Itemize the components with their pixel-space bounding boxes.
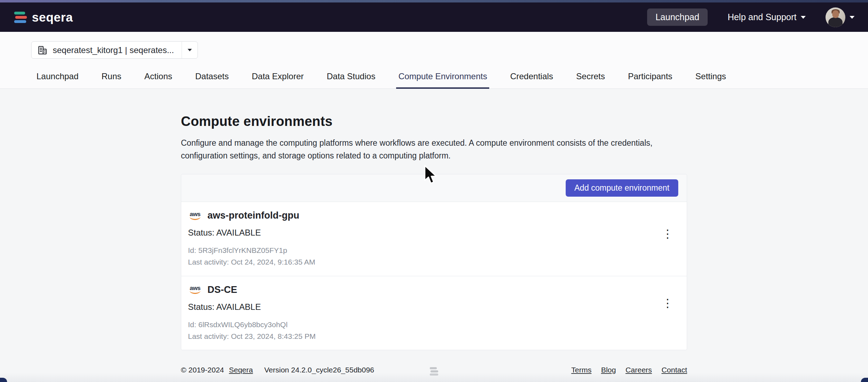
tab-secrets[interactable]: Secrets bbox=[574, 68, 607, 89]
main-content: Compute environments Configure and manag… bbox=[181, 89, 687, 350]
tab-data-studios[interactable]: Data Studios bbox=[325, 68, 377, 89]
tab-datasets[interactable]: Datasets bbox=[193, 68, 231, 89]
workspace-header: seqeratest_kitorg1 | seqerates... Launch… bbox=[0, 32, 868, 89]
aws-provider-icon: aws bbox=[188, 212, 202, 220]
status-label: Status: bbox=[188, 228, 215, 237]
environment-last-activity: Last activity: Oct 23, 2024, 8:43:25 PM bbox=[188, 332, 658, 341]
environment-status: Status: AVAILABLE bbox=[188, 228, 658, 238]
compute-environments-panel: Add compute environment aws aws-proteinf… bbox=[181, 174, 687, 350]
window-top-edge bbox=[0, 0, 868, 2]
tab-actions[interactable]: Actions bbox=[142, 68, 175, 89]
aws-provider-icon: aws bbox=[188, 285, 202, 294]
tab-launchpad[interactable]: Launchpad bbox=[34, 68, 81, 89]
status-label: Status: bbox=[188, 302, 215, 312]
seqera-logo[interactable]: seqera bbox=[14, 10, 73, 24]
panel-toolbar: Add compute environment bbox=[181, 174, 687, 202]
chevron-down-icon bbox=[801, 16, 806, 19]
status-value: AVAILABLE bbox=[216, 228, 261, 237]
environment-last-activity: Last activity: Oct 24, 2024, 9:16:35 AM bbox=[188, 257, 658, 266]
compute-environment-row[interactable]: aws DS-CE Status: AVAILABLE Id: 6lRsdxWI… bbox=[181, 276, 687, 350]
tab-compute-environments[interactable]: Compute Environments bbox=[396, 68, 489, 89]
chevron-down-icon bbox=[850, 16, 855, 19]
avatar bbox=[826, 7, 845, 27]
launchpad-button[interactable]: Launchpad bbox=[647, 8, 708, 26]
environment-name-link[interactable]: DS-CE bbox=[207, 284, 237, 295]
help-and-support-menu[interactable]: Help and Support bbox=[727, 12, 806, 22]
environment-id: Id: 6lRsdxWILQ6yb8bcy3ohQl bbox=[188, 320, 658, 329]
chevron-down-icon bbox=[188, 49, 192, 51]
workspace-dropdown-toggle[interactable] bbox=[182, 42, 198, 58]
tab-settings[interactable]: Settings bbox=[693, 68, 728, 89]
environment-name-link[interactable]: aws-proteinfold-gpu bbox=[207, 210, 299, 221]
organization-icon bbox=[37, 45, 48, 56]
row-options-kebab-icon[interactable]: ⋮ bbox=[658, 296, 677, 310]
environment-status: Status: AVAILABLE bbox=[188, 302, 658, 312]
tab-runs[interactable]: Runs bbox=[99, 68, 124, 89]
status-value: AVAILABLE bbox=[216, 302, 261, 312]
brand-name: seqera bbox=[32, 10, 73, 24]
seqera-logo-icon bbox=[14, 11, 27, 24]
workspace-tabs: Launchpad Runs Actions Datasets Data Exp… bbox=[0, 68, 868, 89]
user-menu[interactable] bbox=[826, 7, 855, 27]
page-title: Compute environments bbox=[181, 114, 687, 129]
workspace-selector[interactable]: seqeratest_kitorg1 | seqerates... bbox=[31, 41, 198, 59]
page-description: Configure and manage the computing platf… bbox=[181, 137, 686, 162]
help-and-support-label: Help and Support bbox=[727, 12, 796, 22]
tab-credentials[interactable]: Credentials bbox=[508, 68, 555, 89]
compute-environment-row[interactable]: aws aws-proteinfold-gpu Status: AVAILABL… bbox=[181, 202, 687, 276]
environment-id: Id: 5R3jFn3fclYrKNBZ05FY1p bbox=[188, 246, 658, 255]
tab-participants[interactable]: Participants bbox=[626, 68, 674, 89]
add-compute-environment-button[interactable]: Add compute environment bbox=[566, 179, 679, 197]
workspace-selected-value: seqeratest_kitorg1 | seqerates... bbox=[53, 45, 174, 55]
row-options-kebab-icon[interactable]: ⋮ bbox=[658, 227, 677, 241]
top-navbar: seqera Launchpad Help and Support bbox=[0, 2, 868, 32]
tab-data-explorer[interactable]: Data Explorer bbox=[250, 68, 306, 89]
bottom-gradient bbox=[0, 373, 868, 382]
